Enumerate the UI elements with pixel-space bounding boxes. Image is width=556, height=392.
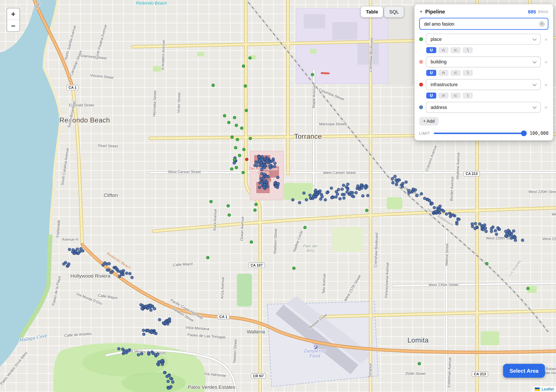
address-point — [330, 187, 333, 190]
chevron-down-icon — [533, 82, 537, 86]
address-point — [68, 248, 71, 251]
op-difference-button[interactable]: ∖ — [463, 47, 473, 53]
road-shield: CA 213 — [472, 371, 488, 377]
address-point — [481, 225, 485, 228]
address-point — [431, 202, 434, 205]
place-point — [230, 167, 233, 170]
place-point — [241, 171, 245, 174]
address-point — [277, 182, 280, 185]
address-point — [109, 271, 113, 274]
building-type-select[interactable]: building — [426, 56, 541, 68]
place-point — [211, 83, 215, 87]
address-point — [340, 188, 344, 191]
op-difference-button[interactable]: ∖ — [463, 92, 473, 98]
chevron-down-icon — [533, 105, 537, 109]
address-type-select[interactable]: address — [426, 102, 541, 113]
result-count[interactable]: 885 — [528, 9, 536, 15]
place-point — [233, 116, 236, 119]
address-point — [312, 195, 315, 199]
address-point — [147, 351, 151, 355]
op-subset-button[interactable]: ⊂ — [451, 92, 461, 98]
select-value: place — [431, 37, 533, 42]
address-point — [298, 201, 301, 204]
limit-value: 100,000 — [530, 130, 549, 136]
op-union-button[interactable]: U — [426, 92, 436, 98]
op-subset-button[interactable]: ⊂ — [451, 47, 461, 53]
address-point — [318, 189, 322, 193]
address-point — [455, 222, 458, 226]
address-point — [171, 380, 174, 384]
op-union-button[interactable]: U — [426, 70, 436, 76]
select-area-button[interactable]: Select Area — [503, 364, 545, 378]
address-point — [490, 230, 493, 233]
select-value: building — [431, 59, 533, 65]
address-point — [273, 162, 277, 165]
op-intersect-button[interactable]: ∩ — [439, 92, 448, 98]
place-point — [242, 148, 245, 151]
address-point — [352, 195, 355, 198]
remove-row-button[interactable]: × — [543, 82, 548, 87]
address-point — [151, 305, 154, 308]
op-subset-button[interactable]: ⊂ — [451, 70, 461, 76]
place-point — [235, 123, 238, 127]
place-point — [240, 126, 243, 130]
building-color-dot — [419, 60, 423, 64]
search-box: × — [419, 18, 549, 30]
remove-row-button[interactable]: × — [543, 104, 548, 110]
address-point — [330, 196, 333, 199]
op-union-button[interactable]: U — [426, 47, 436, 53]
limit-slider-handle[interactable] — [521, 130, 527, 136]
address-point — [262, 185, 266, 189]
road-shield: CA 107 — [248, 263, 265, 268]
collapse-icon[interactable]: ▼ — [419, 10, 423, 14]
address-point — [360, 183, 363, 187]
remove-row-button[interactable]: × — [543, 36, 548, 42]
zoom-out-button[interactable]: − — [7, 20, 19, 31]
sql-view-button[interactable]: SQL — [384, 6, 404, 17]
address-point — [391, 181, 394, 184]
op-intersect-button[interactable]: ∩ — [439, 70, 448, 76]
place-point — [253, 208, 256, 212]
address-color-dot — [419, 105, 423, 109]
limit-slider[interactable] — [434, 132, 526, 134]
address-point — [150, 331, 153, 334]
address-point — [265, 159, 269, 163]
place-point — [236, 138, 239, 141]
address-point — [473, 227, 477, 230]
leaflet-attribution: Leaflet — [533, 386, 556, 392]
place-type-select[interactable]: place — [426, 34, 541, 45]
place-point — [311, 73, 314, 76]
place-point — [233, 158, 236, 161]
place-point — [235, 166, 238, 169]
clear-search-icon[interactable]: × — [539, 21, 545, 27]
place-point — [226, 204, 230, 207]
road-shield: CA 1 — [217, 314, 230, 319]
add-stage-button[interactable]: + Add — [419, 117, 439, 125]
panel-title: Pipeline — [425, 9, 528, 15]
address-point — [334, 195, 338, 199]
table-view-button[interactable]: Table — [361, 6, 383, 17]
address-point — [401, 182, 404, 185]
zoom-in-button[interactable]: + — [7, 8, 19, 20]
leaflet-link[interactable]: Leaflet — [541, 387, 554, 391]
place-point — [250, 240, 253, 243]
address-point — [343, 193, 346, 196]
road-shield: CA 1 — [66, 85, 79, 90]
remove-row-button[interactable]: × — [543, 59, 548, 65]
place-point — [223, 114, 226, 117]
op-difference-button[interactable]: ∖ — [463, 70, 473, 76]
place-point — [248, 137, 252, 140]
app-window: ✈ — [0, 0, 556, 392]
place-point — [243, 84, 247, 87]
op-intersect-button[interactable]: ∩ — [439, 47, 448, 53]
infrastructure-type-select[interactable]: infrastructure — [426, 79, 541, 90]
pipeline-row-place: place× — [419, 34, 549, 45]
address-point — [122, 352, 125, 355]
place-point — [526, 287, 530, 290]
chevron-down-icon — [533, 37, 537, 41]
ukraine-flag-icon — [535, 387, 540, 391]
pipeline-row-address: address× — [419, 102, 549, 113]
search-input[interactable] — [424, 21, 539, 27]
address-point — [366, 194, 370, 197]
address-point — [255, 160, 258, 163]
